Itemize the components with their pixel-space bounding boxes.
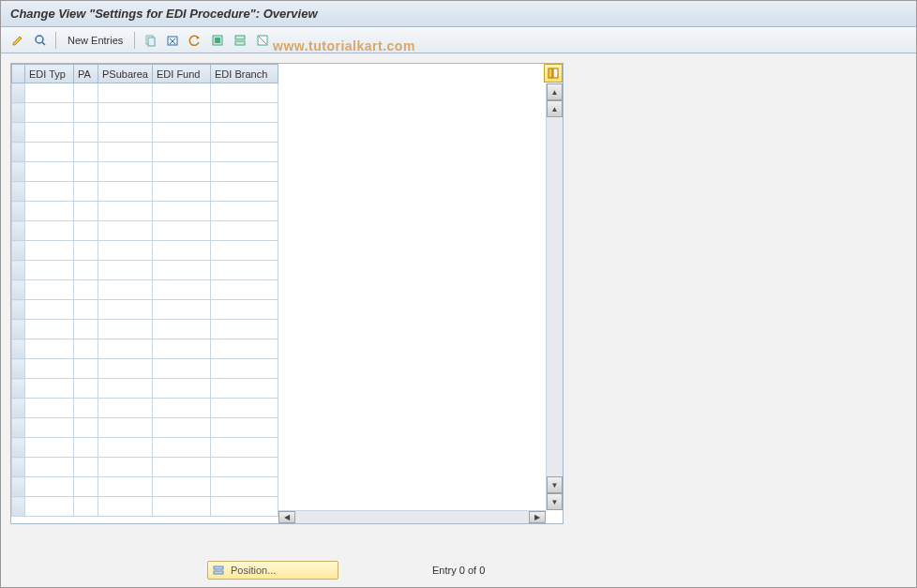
column-header[interactable]: PSubarea (98, 65, 153, 83)
cell[interactable] (25, 418, 74, 438)
row-selector[interactable] (12, 241, 25, 261)
new-entries-button[interactable]: New Entries (62, 31, 128, 50)
row-selector[interactable] (12, 202, 25, 221)
cell[interactable] (98, 477, 153, 497)
cell[interactable] (74, 418, 98, 438)
cell[interactable] (25, 438, 74, 458)
table-row[interactable] (12, 399, 278, 418)
table-row[interactable] (12, 379, 278, 399)
cell[interactable] (211, 458, 278, 477)
scroll-down-icon[interactable]: ▼ (547, 493, 563, 510)
cell[interactable] (74, 143, 98, 162)
cell[interactable] (25, 83, 74, 103)
scroll-track[interactable] (295, 511, 529, 523)
cell[interactable] (74, 477, 98, 497)
cell[interactable] (98, 320, 153, 339)
cell[interactable] (98, 143, 153, 162)
cell[interactable] (25, 458, 74, 477)
cell[interactable] (98, 103, 153, 123)
cell[interactable] (153, 280, 211, 300)
copy-icon[interactable] (141, 31, 159, 50)
cell[interactable] (153, 458, 211, 477)
cell[interactable] (153, 300, 211, 320)
select-all-icon[interactable] (208, 31, 227, 50)
cell[interactable] (74, 103, 98, 123)
scroll-up-icon[interactable]: ▲ (547, 100, 563, 117)
cell[interactable] (74, 162, 98, 182)
cell[interactable] (25, 497, 74, 517)
cell[interactable] (25, 202, 74, 221)
cell[interactable] (25, 143, 74, 162)
cell[interactable] (153, 261, 211, 280)
select-block-icon[interactable] (231, 31, 249, 50)
table-row[interactable] (12, 497, 278, 517)
horizontal-scrollbar[interactable]: ◀ ▶ (278, 510, 546, 523)
column-header[interactable]: EDI Branch (211, 65, 278, 83)
cell[interactable] (211, 143, 278, 162)
column-header[interactable]: PA (74, 65, 98, 83)
row-selector[interactable] (12, 458, 25, 477)
cell[interactable] (74, 497, 98, 517)
vertical-scrollbar[interactable]: ▲ ▲ ▼ ▼ (546, 83, 563, 510)
row-selector[interactable] (12, 359, 25, 379)
cell[interactable] (98, 202, 153, 221)
delete-icon[interactable] (163, 31, 182, 50)
cell[interactable] (98, 418, 153, 438)
row-selector[interactable] (12, 162, 25, 182)
row-selector[interactable] (12, 261, 25, 280)
cell[interactable] (25, 103, 74, 123)
cell[interactable] (98, 438, 153, 458)
cell[interactable] (74, 202, 98, 221)
table-row[interactable] (12, 162, 278, 182)
cell[interactable] (153, 418, 211, 438)
cell[interactable] (25, 221, 74, 241)
row-selector[interactable] (12, 300, 25, 320)
cell[interactable] (211, 123, 278, 143)
cell[interactable] (74, 182, 98, 202)
cell[interactable] (153, 83, 211, 103)
cell[interactable] (153, 241, 211, 261)
cell[interactable] (74, 458, 98, 477)
cell[interactable] (211, 221, 278, 241)
cell[interactable] (74, 280, 98, 300)
scroll-track[interactable] (547, 117, 563, 476)
table-row[interactable] (12, 83, 278, 103)
cell[interactable] (153, 399, 211, 418)
cell[interactable] (74, 438, 98, 458)
cell[interactable] (98, 497, 153, 517)
table-row[interactable] (12, 261, 278, 280)
cell[interactable] (153, 497, 211, 517)
table-row[interactable] (12, 182, 278, 202)
row-selector[interactable] (12, 182, 25, 202)
cell[interactable] (25, 399, 74, 418)
cell[interactable] (211, 162, 278, 182)
table-row[interactable] (12, 477, 278, 497)
cell[interactable] (98, 123, 153, 143)
row-selector[interactable] (12, 418, 25, 438)
cell[interactable] (25, 162, 74, 182)
table-row[interactable] (12, 359, 278, 379)
cell[interactable] (74, 399, 98, 418)
cell[interactable] (153, 359, 211, 379)
table-row[interactable] (12, 241, 278, 261)
column-header[interactable]: EDI Fund (153, 65, 211, 83)
table-row[interactable] (12, 458, 278, 477)
row-selector[interactable] (12, 83, 25, 103)
cell[interactable] (98, 399, 153, 418)
cell[interactable] (211, 241, 278, 261)
cell[interactable] (74, 359, 98, 379)
row-selector[interactable] (12, 103, 25, 123)
undo-icon[interactable] (186, 31, 204, 50)
position-button[interactable]: Position... (207, 561, 338, 580)
row-selector[interactable] (12, 497, 25, 517)
cell[interactable] (211, 477, 278, 497)
cell[interactable] (153, 320, 211, 339)
cell[interactable] (153, 438, 211, 458)
scroll-right-icon[interactable]: ▶ (529, 511, 546, 523)
row-selector[interactable] (12, 399, 25, 418)
scroll-down-icon[interactable]: ▼ (547, 476, 563, 493)
table-row[interactable] (12, 418, 278, 438)
table-row[interactable] (12, 143, 278, 162)
cell[interactable] (211, 261, 278, 280)
cell[interactable] (25, 379, 74, 399)
